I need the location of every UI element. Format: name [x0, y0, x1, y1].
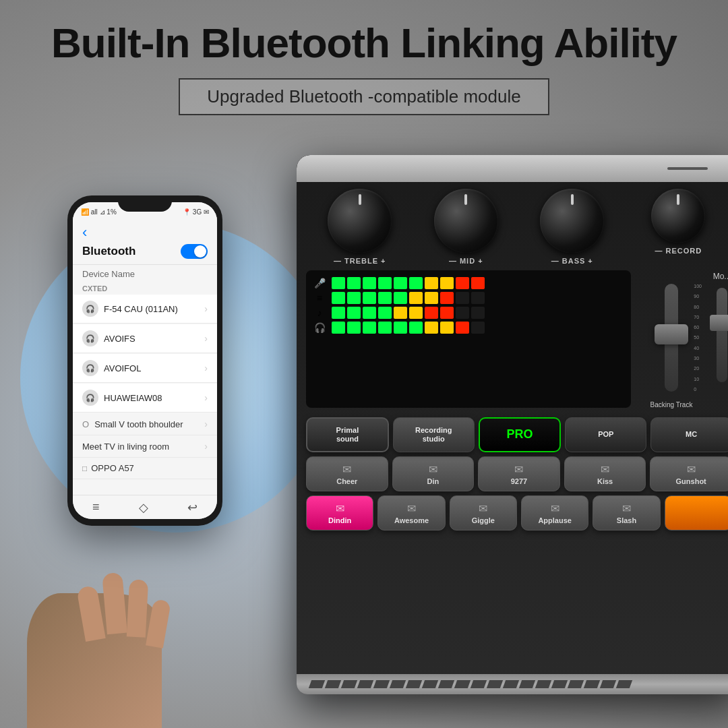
9277-button[interactable]: ✉ 9277: [478, 456, 560, 491]
din-button[interactable]: ✉ Din: [392, 456, 475, 491]
device-name: AVOIFS: [104, 334, 204, 344]
fader-track[interactable]: 100 90 80 70 60 50 40 30 20 10 0: [665, 284, 678, 392]
led-bars-headphone: [332, 322, 485, 334]
effect-buttons-row1: Primalsound Recordingstudio PRO POP MC: [306, 417, 728, 452]
led-bar: [347, 322, 361, 334]
bass-knob[interactable]: [540, 189, 604, 253]
led-bar: [440, 307, 454, 319]
arrow-icon: ›: [204, 363, 208, 373]
arrow-icon: ›: [204, 333, 208, 344]
back-nav-icon[interactable]: ↩: [187, 500, 198, 515]
envelope-icon: ✉: [328, 502, 351, 515]
cheer-label: Cheer: [336, 477, 357, 485]
list-item[interactable]: 🎧 AVOIFS ›: [73, 324, 217, 353]
giggle-button[interactable]: ✉ Giggle: [450, 495, 517, 530]
stripe: [487, 680, 503, 688]
stripe: [584, 680, 600, 688]
menu-icon[interactable]: ≡: [92, 500, 100, 514]
led-bar: [425, 307, 438, 319]
cheer-button[interactable]: ✉ Cheer: [306, 456, 388, 491]
fader-handle[interactable]: [655, 324, 688, 344]
scale-marks: 100 90 80 70 60 50 40 30 20 10 0: [694, 284, 702, 392]
right-fader-section: Mo...: [712, 270, 728, 408]
bass-knob-group: — BASS +: [522, 189, 622, 265]
led-bar: [471, 307, 485, 319]
led-bar: [471, 292, 485, 304]
stripe: [535, 680, 551, 688]
led-row-music: ≡: [314, 292, 623, 304]
mixer-device: — TREBLE + — MID + — BASS + — RECORD 🎤: [297, 155, 728, 694]
led-bar: [378, 307, 392, 319]
led-bar: [347, 292, 361, 304]
giggle-label: Giggle: [472, 516, 495, 524]
led-row-mic: 🎤: [314, 277, 623, 289]
led-bar: [394, 322, 407, 334]
envelope-icon: ✉: [336, 463, 357, 476]
fader-track-right[interactable]: [717, 288, 727, 382]
main-controls: 🎤 ≡: [297, 265, 728, 413]
dindin-button[interactable]: ✉ Dindin: [306, 495, 373, 530]
status-right: 📍 3G ✉: [183, 208, 209, 216]
device-name: Meet TV in living room: [82, 442, 204, 452]
phone-container: 📶 all ⊿ 1% 📍 3G ✉ ‹ Bluetooth Device Nam…: [67, 195, 222, 526]
treble-knob[interactable]: [328, 189, 392, 253]
extra-orange-button[interactable]: [665, 495, 728, 530]
stripe: [519, 680, 535, 688]
bluetooth-toggle[interactable]: [181, 244, 208, 259]
list-item[interactable]: 🎧 AVOIFOL ›: [73, 354, 217, 383]
stripe: [309, 680, 325, 688]
recording-studio-button[interactable]: Recordingstudio: [393, 417, 475, 452]
mixer-top-strip: [297, 155, 728, 182]
list-item[interactable]: 🎧 F-54 CAU (011AN) ›: [73, 295, 217, 324]
gunshot-button[interactable]: ✉ Gunshot: [650, 456, 728, 491]
section-header: CXTED: [73, 282, 217, 294]
led-bar: [456, 307, 469, 319]
fader-handle-right[interactable]: [710, 315, 728, 331]
mc-button[interactable]: MC: [650, 417, 728, 452]
list-item[interactable]: O Small V tooth bhoulder ›: [73, 413, 217, 435]
home-icon[interactable]: ◇: [139, 500, 148, 515]
mixer-bottom-strip: [297, 674, 728, 694]
envelope-icon: ✉: [427, 463, 439, 476]
kiss-button[interactable]: ✉ Kiss: [564, 456, 646, 491]
mid-knob[interactable]: [434, 189, 498, 253]
stripe: [503, 680, 519, 688]
record-knob-group: — RECORD: [629, 189, 729, 265]
effect-buttons-section: Primalsound Recordingstudio PRO POP MC ✉…: [297, 413, 728, 539]
slash-button[interactable]: ✉ Slash: [593, 495, 660, 530]
pop-button[interactable]: POP: [565, 417, 646, 452]
awesome-button[interactable]: ✉ Awesome: [377, 495, 445, 530]
subtitle-box: Upgraded Bluetooth -compatible module: [179, 78, 549, 115]
led-bar: [409, 277, 423, 289]
record-knob[interactable]: [651, 189, 705, 243]
knobs-section: — TREBLE + — MID + — BASS + — RECORD: [297, 182, 728, 265]
stripe: [373, 680, 390, 688]
led-bar: [378, 292, 392, 304]
stripe: [406, 680, 422, 688]
applause-button[interactable]: ✉ Applause: [521, 495, 588, 530]
device-list: CXTED 🎧 F-54 CAU (011AN) › 🎧 AVOIFS › 🎧 …: [73, 282, 217, 479]
envelope-icon: ✉: [676, 463, 706, 476]
list-item[interactable]: Meet TV in living room ›: [73, 435, 217, 458]
pro-button[interactable]: PRO: [479, 417, 562, 452]
list-item[interactable]: 🎧 HUAWEIAW08 ›: [73, 384, 217, 413]
led-bar: [425, 277, 438, 289]
led-bar: [378, 322, 392, 334]
led-bar: [471, 322, 485, 334]
dindin-label: Dindin: [328, 516, 351, 524]
led-bar: [425, 322, 438, 334]
device-name: Small V tooth bhoulder: [94, 419, 204, 429]
led-bar: [456, 277, 469, 289]
note-icon: ♪: [314, 307, 325, 318]
list-item[interactable]: □ OPPO A57: [73, 458, 217, 479]
envelope-icon: ✉: [394, 502, 429, 515]
led-bar: [471, 277, 485, 289]
phone-screen: 📶 all ⊿ 1% 📍 3G ✉ ‹ Bluetooth Device Nam…: [73, 202, 217, 519]
pro-label: PRO: [506, 427, 533, 442]
led-bar: [425, 292, 438, 304]
envelope-icon: ✉: [511, 463, 527, 476]
primal-sound-button[interactable]: Primalsound: [306, 417, 389, 452]
envelope-icon: ✉: [472, 502, 495, 515]
back-button[interactable]: ‹: [82, 224, 208, 241]
mc-label: MC: [686, 430, 697, 439]
